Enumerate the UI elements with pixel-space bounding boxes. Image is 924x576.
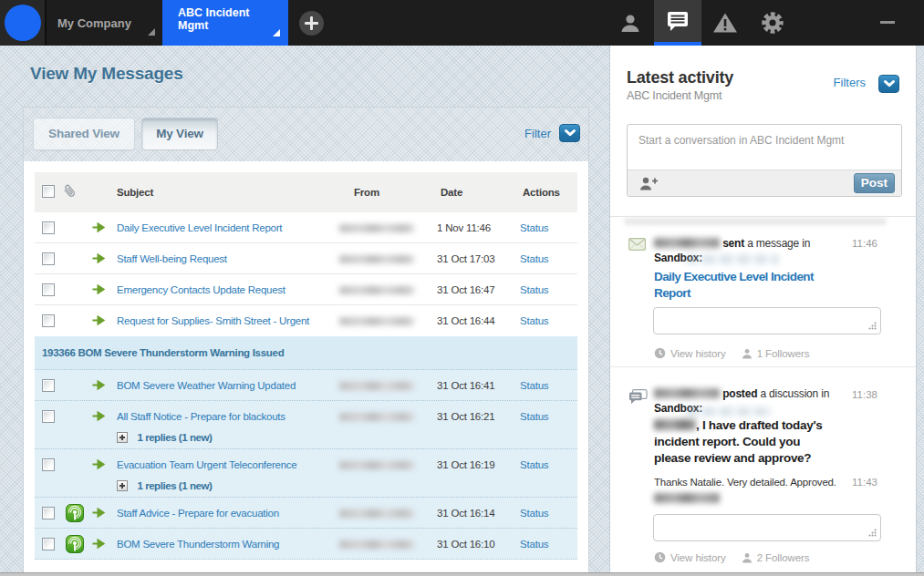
- forward-arrow-icon: [92, 253, 105, 263]
- status-link[interactable]: Status: [520, 284, 548, 295]
- filter-label[interactable]: Filter: [524, 127, 551, 140]
- message-date: 31 Oct 16:41: [437, 380, 494, 391]
- status-link[interactable]: Status: [520, 539, 548, 550]
- table-row: Request for Supplies- Smith Street - Urg…: [35, 305, 577, 336]
- activity-time: 11:46: [852, 238, 877, 249]
- company-tab-label: My Company: [57, 16, 131, 30]
- add-people-button[interactable]: [639, 176, 658, 191]
- from-name-redacted: [339, 286, 414, 294]
- thread-group-header[interactable]: 193366 BOM Severe Thunderstorm Warning I…: [35, 336, 577, 370]
- message-subject-link[interactable]: Staff Well-being Request: [117, 253, 227, 264]
- followers-link[interactable]: 1 Followers: [742, 348, 810, 359]
- message-subject-link[interactable]: Request for Supplies- Smith Street - Urg…: [117, 315, 309, 326]
- table-row: Evacuation Team Urgent Teleconference 31…: [35, 449, 577, 498]
- forward-arrow-icon: [92, 380, 105, 390]
- status-link[interactable]: Status: [520, 253, 548, 264]
- user-menu-button[interactable]: [607, 0, 654, 46]
- composer-input[interactable]: [628, 125, 901, 170]
- settings-menu-button[interactable]: [749, 0, 796, 46]
- row-checkbox[interactable]: [42, 314, 55, 327]
- company-tab[interactable]: My Company: [48, 0, 162, 46]
- filters-dropdown-button[interactable]: [878, 75, 899, 93]
- row-checkbox[interactable]: [42, 283, 55, 296]
- comment-input[interactable]: [653, 514, 881, 541]
- message-date: 31 Oct 16:21: [437, 411, 494, 422]
- conversation-composer: Post: [627, 124, 902, 197]
- broadcast-icon: [66, 504, 84, 522]
- discussion-reply: Thanks Natalie. Very detailed. Approved.: [654, 477, 836, 488]
- message-date: 31 Oct 16:10: [437, 539, 494, 550]
- table-header: Subject From Date Actions: [35, 172, 577, 212]
- replies-toggle[interactable]: 1 replies (1 new): [117, 477, 212, 491]
- alerts-menu-button[interactable]: [701, 0, 749, 46]
- replies-label[interactable]: 1 replies (1 new): [137, 432, 212, 443]
- table-row: Staff Advice - Prepare for evacuation 31…: [35, 498, 577, 529]
- row-checkbox[interactable]: [42, 507, 55, 519]
- status-link[interactable]: Status: [520, 315, 548, 326]
- activity-message-link[interactable]: Daily Executive Level Incident Report: [654, 269, 842, 302]
- plus-icon: [310, 16, 313, 30]
- forward-arrow-icon: [92, 539, 105, 549]
- message-subject-link[interactable]: Daily Executive Level Incident Report: [117, 222, 282, 233]
- page-title: View My Messages: [30, 64, 183, 84]
- comment-input[interactable]: [653, 307, 881, 334]
- warning-triangle-icon: [712, 12, 738, 34]
- chevron-down-icon: [564, 129, 576, 138]
- column-header-actions[interactable]: Actions: [523, 187, 560, 198]
- filter-dropdown-button[interactable]: [559, 124, 580, 142]
- add-tab-button[interactable]: [299, 11, 324, 36]
- app-tab-active[interactable]: ABC Incident Mgmt: [162, 0, 288, 46]
- follower-person-icon: [742, 552, 753, 563]
- activity-panel-subtitle: ABC Incident Mgmt: [627, 89, 722, 102]
- activity-panel-title: Latest activity: [627, 68, 733, 87]
- tab-shared-view[interactable]: Shared View: [33, 118, 135, 150]
- activity-panel: Latest activity ABC Incident Mgmt Filter…: [609, 46, 917, 576]
- expand-plus-icon[interactable]: [117, 432, 128, 443]
- replies-toggle[interactable]: 1 replies (1 new): [117, 428, 212, 443]
- row-checkbox[interactable]: [42, 252, 55, 265]
- filters-label[interactable]: Filters: [834, 76, 866, 89]
- expand-plus-icon[interactable]: [117, 480, 128, 491]
- forward-arrow-icon: [92, 508, 105, 518]
- message-subject-link[interactable]: BOM Severe Weather Warning Updated: [117, 380, 296, 391]
- message-subject-link[interactable]: BOM Severe Thunderstorm Warning: [117, 539, 279, 550]
- dropdown-corner-icon: [148, 28, 155, 36]
- status-link[interactable]: Status: [520, 222, 548, 233]
- messages-menu-button-active[interactable]: [654, 0, 701, 46]
- status-link[interactable]: Status: [520, 508, 548, 519]
- row-checkbox[interactable]: [42, 410, 55, 423]
- activity-verb: sent: [722, 237, 744, 250]
- message-subject-link[interactable]: Staff Advice - Prepare for evacuation: [117, 508, 279, 519]
- app-tab-label: ABC Incident Mgmt: [178, 6, 274, 32]
- message-date: 31 Oct 16:47: [437, 284, 494, 295]
- envelope-icon: [628, 238, 646, 251]
- row-checkbox[interactable]: [42, 458, 55, 471]
- row-checkbox[interactable]: [42, 538, 55, 550]
- table-row: Staff Well-being Request 31 Oct 17:03 St…: [35, 243, 577, 274]
- message-subject-link[interactable]: All Staff Notice - Prepare for blackouts: [117, 411, 286, 422]
- author-name-redacted: [654, 238, 720, 248]
- gear-icon: [761, 11, 784, 35]
- select-all-checkbox[interactable]: [42, 185, 55, 198]
- view-history-link[interactable]: View history: [654, 552, 726, 563]
- message-subject-link[interactable]: Emergency Contacts Update Request: [117, 284, 286, 295]
- view-history-link[interactable]: View history: [654, 348, 726, 359]
- status-link[interactable]: Status: [520, 459, 548, 470]
- minimize-icon[interactable]: [880, 21, 895, 24]
- status-link[interactable]: Status: [520, 411, 548, 422]
- column-header-date[interactable]: Date: [441, 187, 462, 198]
- activity-item-message: sent a message in Sandbox: 11:46 Daily E…: [610, 230, 916, 366]
- from-name-redacted: [339, 461, 414, 469]
- status-link[interactable]: Status: [520, 380, 548, 391]
- replies-label[interactable]: 1 replies (1 new): [137, 480, 212, 491]
- message-subject-link[interactable]: Evacuation Team Urgent Teleconference: [117, 459, 296, 470]
- column-header-subject[interactable]: Subject: [117, 187, 153, 198]
- column-header-from[interactable]: From: [354, 187, 379, 198]
- logo-button[interactable]: [0, 0, 47, 46]
- window-bottom-edge: [0, 572, 924, 576]
- post-button[interactable]: Post: [854, 173, 895, 193]
- tab-my-view[interactable]: My View: [141, 118, 218, 150]
- row-checkbox[interactable]: [42, 221, 55, 234]
- followers-link[interactable]: 2 Followers: [742, 552, 810, 563]
- row-checkbox[interactable]: [42, 379, 55, 392]
